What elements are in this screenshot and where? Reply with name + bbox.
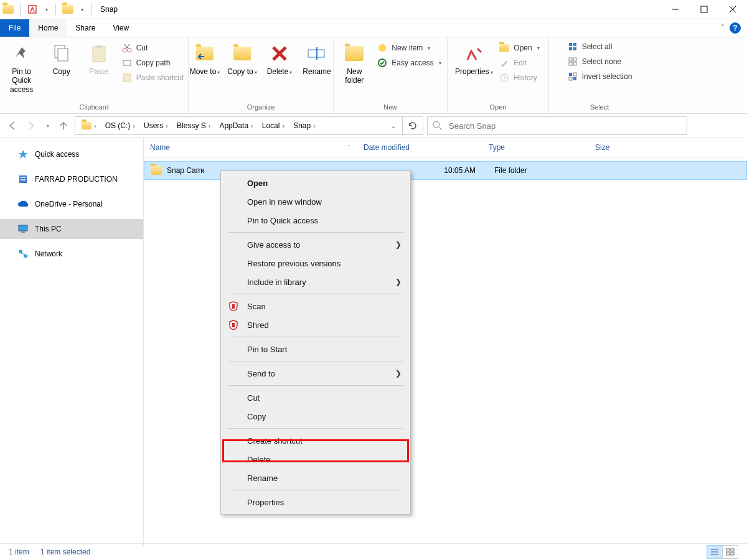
ctx-open-new-window[interactable]: Open in new window [222,192,409,211]
invert-selection-button[interactable]: Invert selection [567,71,632,82]
file-type-cell: File folder [488,166,594,175]
help-icon[interactable]: ? [730,22,741,34]
ctx-pin-quick-access[interactable]: Pin to Quick access [222,211,409,230]
status-selected-count: 1 item selected [40,548,91,556]
search-box[interactable] [427,116,687,135]
select-all-button[interactable]: Select all [567,41,632,52]
view-icons-button[interactable] [722,545,738,559]
sidebar-item-quick-access[interactable]: Quick access [0,144,143,164]
svg-point-10 [128,49,131,52]
ctx-rename[interactable]: Rename [222,469,409,487]
ctx-cut[interactable]: Cut [222,388,409,407]
ctx-pin-start[interactable]: Pin to Start [222,340,409,358]
col-size[interactable]: Size [589,138,658,157]
breadcrumb-seg[interactable]: Local› [258,117,288,134]
svg-rect-43 [19,225,27,231]
ctx-shred[interactable]: Shred [222,315,409,334]
sidebar-item-onedrive[interactable]: OneDrive - Personal [0,194,143,214]
breadcrumb-seg[interactable]: Snap› [289,117,319,134]
easy-access-button[interactable]: Easy access▾ [377,57,441,68]
folder-icon [151,166,162,175]
up-button[interactable] [56,118,71,133]
ctx-properties[interactable]: Properties [222,493,409,511]
sidebar-item-this-pc[interactable]: This PC [0,219,143,239]
svg-rect-37 [21,177,22,178]
open-button[interactable]: Open▾ [499,42,539,54]
close-button[interactable] [718,0,747,19]
move-to-button[interactable]: Move to▾ [186,40,223,78]
col-date[interactable]: Date modified [357,138,482,157]
paste-button[interactable]: Paste [80,40,118,78]
status-item-count: 1 item [9,548,29,556]
svg-rect-41 [22,179,24,180]
chevron-right-icon: ❯ [395,240,402,249]
qat-dropdown-icon[interactable]: ▾ [42,2,50,16]
group-label: Clipboard [79,102,108,112]
select-none-button[interactable]: Select none [567,56,632,67]
separator [228,232,403,233]
breadcrumb-seg[interactable]: Users› [140,117,172,134]
move-to-icon [194,42,216,65]
sidebar-item-farrad[interactable]: FARRAD PRODUCTION [0,169,143,189]
tab-share[interactable]: Share [67,19,104,37]
ctx-delete[interactable]: Delete [222,450,409,469]
folder-icon [1,2,15,16]
breadcrumb-seg[interactable]: AppData› [215,117,256,134]
separator [228,428,403,429]
breadcrumb-seg[interactable]: Blessy S› [173,117,214,134]
sidebar: Quick access FARRAD PRODUCTION OneDrive … [0,138,144,546]
ctx-restore-previous[interactable]: Restore previous versions [222,254,409,273]
divider [91,4,92,15]
maximize-button[interactable] [690,0,718,19]
ctx-scan[interactable]: Scan [222,297,409,315]
pin-to-quick-access-button[interactable]: Pin to Quick access [1,40,43,96]
tab-file[interactable]: File [0,19,29,37]
forward-button[interactable] [24,118,39,133]
col-type[interactable]: Type [482,138,589,157]
view-details-button[interactable] [707,545,723,559]
ctx-send-to[interactable]: Send to❯ [222,364,409,383]
svg-rect-54 [731,549,734,551]
history-button[interactable]: History [499,72,539,83]
delete-button[interactable]: Delete▾ [261,40,298,78]
breadcrumb-root[interactable]: › [78,117,100,134]
ctx-copy[interactable]: Copy [222,407,409,426]
monitor-icon [17,223,29,235]
minimize-button[interactable] [661,0,690,19]
ctx-open[interactable]: Open [222,174,409,192]
search-input[interactable] [448,121,682,131]
qat-dropdown-icon[interactable]: ▾ [77,2,86,16]
ctx-include-library[interactable]: Include in library❯ [222,273,409,291]
ctx-create-shortcut[interactable]: Create shortcut [222,431,409,450]
collapse-ribbon-icon[interactable]: ˄ [721,24,725,32]
separator [228,490,403,490]
copy-button[interactable]: Copy [43,40,80,78]
easy-access-icon [377,57,388,68]
cloud-icon [17,198,29,210]
tab-view[interactable]: View [104,19,138,37]
breadcrumb-seg[interactable]: OS (C:)› [101,117,139,134]
edit-button[interactable]: Edit [499,57,539,68]
back-button[interactable] [5,118,20,133]
recent-dropdown[interactable]: ▾ [42,118,52,133]
sidebar-item-network[interactable]: Network [0,244,143,264]
svg-point-19 [378,44,386,52]
qat-properties-icon[interactable] [26,2,39,16]
properties-button[interactable]: Properties▾ [453,40,495,78]
rename-button[interactable]: Rename [298,40,336,78]
address-bar[interactable]: › OS (C:)› Users› Blessy S› AppData› Loc… [75,116,403,135]
copy-path-button[interactable]: Copy path [121,57,184,68]
new-item-button[interactable]: New item▾ [377,42,441,54]
new-folder-button[interactable]: New folder [336,40,373,88]
col-name[interactable]: Name˄ [144,138,357,157]
tab-home[interactable]: Home [29,19,67,37]
copy-to-button[interactable]: Copy to▾ [223,40,261,78]
refresh-button[interactable] [403,116,423,135]
svg-rect-40 [21,179,22,180]
paste-shortcut-button[interactable]: Paste shortcut [121,72,184,83]
address-dropdown[interactable]: ⌄ [386,117,400,134]
svg-rect-53 [726,549,730,551]
ctx-give-access-to[interactable]: Give access to❯ [222,235,409,254]
svg-rect-22 [569,43,572,46]
cut-button[interactable]: Cut [121,42,184,54]
